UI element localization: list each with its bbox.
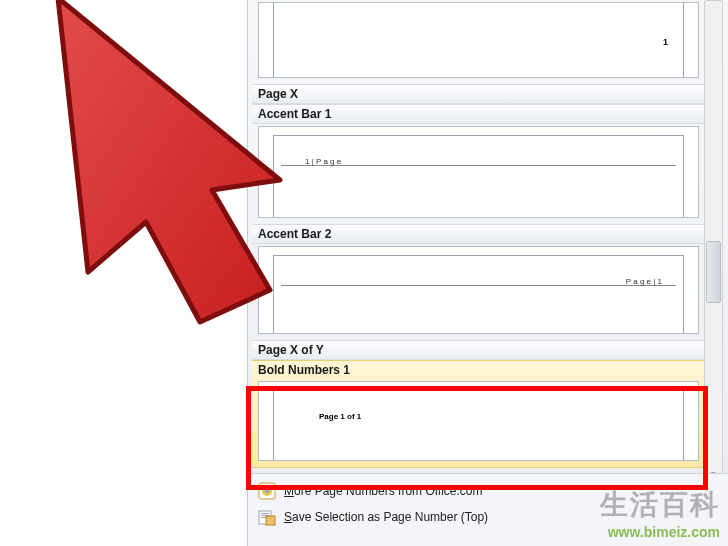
preview-text: 1 | P a g e [305,157,341,166]
page-number-gallery-panel: 1 Page X Accent Bar 1 1 | P a g e Accent… [247,0,728,546]
gallery-item-accent-bar-1[interactable]: 1 | P a g e [258,126,699,218]
save-selection-label: Save Selection as Page Number (Top) [284,510,488,524]
gallery-scrollbar[interactable]: ▾ [704,0,723,482]
category-header-accent-bar-2: Accent Bar 2 [252,224,705,244]
category-header-page-x-of-y: Page X of Y [252,340,705,360]
gallery-item-bold-numbers-1[interactable]: Page 1 of 1 [258,381,699,461]
svg-point-2 [265,489,269,493]
svg-rect-4 [261,513,269,514]
preview-page-number: 1 [663,37,668,47]
preview-text: Page 1 of 1 [319,412,361,421]
category-header-page-x: Page X [252,84,705,104]
more-page-numbers-label: More Page Numbers from Office.com [284,484,483,498]
more-page-numbers-link[interactable]: More Page Numbers from Office.com [248,478,728,504]
gallery-item-bold-numbers-1-wrapper: Bold Numbers 1 Page 1 of 1 [252,360,705,468]
scrollbar-thumb[interactable] [706,241,721,303]
gallery-scroll-area: 1 Page X Accent Bar 1 1 | P a g e Accent… [252,0,705,482]
save-selection-icon [258,508,276,526]
category-header-accent-bar-1: Accent Bar 1 [252,104,705,124]
gallery-item-accent-bar-2[interactable]: P a g e | 1 [258,246,699,334]
save-selection-link[interactable]: Save Selection as Page Number (Top) [248,504,728,530]
category-header-bold-numbers-1: Bold Numbers 1 [252,361,705,379]
gallery-footer: More Page Numbers from Office.com Save S… [248,473,728,546]
gallery-item-plain-number-3[interactable]: 1 [258,2,699,78]
office-icon [258,482,276,500]
preview-text: P a g e | 1 [626,277,662,286]
svg-rect-7 [266,516,275,525]
